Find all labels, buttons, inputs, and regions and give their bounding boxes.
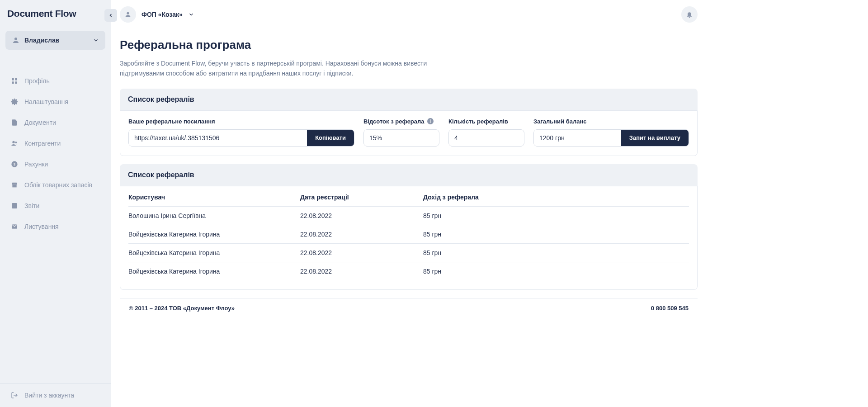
report-icon (11, 202, 18, 209)
balance-value: 1200 грн (534, 130, 621, 146)
current-user-name: Владислав (24, 37, 88, 44)
app-logo: Document Flow (7, 8, 76, 19)
svg-text:$: $ (14, 162, 16, 166)
svg-rect-3 (12, 81, 14, 84)
svg-rect-10 (12, 185, 16, 187)
referral-link-group: Копіювати (128, 129, 354, 147)
svg-rect-4 (15, 81, 17, 84)
money-icon: $ (11, 161, 18, 168)
sidebar-item-settings[interactable]: Налаштування (0, 92, 111, 111)
page-title: Реферальна програма (120, 38, 698, 52)
col-user: Користувач (128, 194, 300, 201)
user-selector[interactable]: Владислав (5, 31, 105, 50)
col-date: Дата реєстрації (300, 194, 423, 201)
nav-label: Рахунки (24, 161, 48, 168)
sidebar-item-reports[interactable]: Звіти (0, 196, 111, 215)
svg-point-13 (127, 12, 129, 14)
person-icon (12, 36, 20, 44)
document-icon (11, 119, 18, 126)
logout-label: Вийти з аккаунта (24, 392, 74, 399)
sidebar-item-profile[interactable]: Профіль (0, 71, 111, 90)
logo-row: Document Flow (0, 0, 111, 27)
nav-label: Налаштування (24, 98, 68, 105)
table-row: Войцехівська Катерина Ігорина 22.08.2022… (128, 262, 689, 280)
footer: © 2011 – 2024 ТОВ «Документ Флоу» 0 800 … (120, 298, 698, 319)
referral-stats-card: Список рефералів Ваше реферальне посилан… (120, 89, 698, 156)
copyright: © 2011 – 2024 ТОВ «Документ Флоу» (129, 305, 235, 312)
content: Реферальна програма Заробляйте з Documen… (111, 29, 707, 407)
mail-icon (11, 223, 18, 230)
logout-button[interactable]: Вийти з аккаунта (0, 383, 111, 407)
sidebar-item-documents[interactable]: Документи (0, 113, 111, 132)
table-row: Войцехівська Катерина Ігорина 22.08.2022… (128, 225, 689, 244)
nav-label: Документи (24, 119, 56, 126)
sidebar-collapse-button[interactable] (104, 9, 117, 22)
nav-label: Звіти (24, 202, 39, 209)
percent-value: 15% (363, 129, 439, 147)
balance-label: Загальний баланс (533, 118, 689, 125)
info-icon[interactable]: i (427, 118, 434, 124)
nav-label: Профіль (24, 77, 50, 85)
person-icon (124, 11, 132, 18)
org-selector[interactable]: ФОП «Козак» (120, 6, 194, 23)
copy-button[interactable]: Копіювати (307, 130, 354, 146)
main-area: ФОП «Козак» Реферальна програма Заробляй… (111, 0, 707, 407)
dashboard-icon (11, 77, 18, 85)
svg-rect-2 (15, 78, 17, 80)
gear-icon (11, 98, 18, 105)
table-header: Користувач Дата реєстрації Дохід з рефер… (128, 188, 689, 207)
percent-label: Відсоток з реферала i (363, 118, 439, 125)
payout-button[interactable]: Запит на виплату (621, 130, 689, 146)
sidebar-nav: Профіль Налаштування Документи Контраген… (0, 71, 111, 236)
phone-number: 0 800 509 545 (651, 305, 689, 312)
svg-point-6 (12, 141, 14, 143)
chevron-left-icon (108, 13, 113, 18)
svg-point-7 (15, 142, 17, 143)
col-income: Дохід з реферала (423, 194, 689, 201)
sidebar-item-inventory[interactable]: Облік товарних запасів (0, 175, 111, 194)
org-avatar (120, 6, 136, 23)
referral-link-input[interactable] (129, 130, 307, 146)
svg-point-0 (14, 38, 17, 40)
table-row: Волошина Ірина Сергіївна 22.08.2022 85 г… (128, 207, 689, 225)
svg-rect-11 (12, 203, 17, 208)
bell-icon (686, 11, 693, 18)
sidebar-item-counterparties[interactable]: Контрагенти (0, 134, 111, 153)
logout-icon (11, 392, 18, 399)
sidebar-item-messages[interactable]: Листування (0, 217, 111, 236)
referral-link-label: Ваше реферальне посилання (128, 118, 354, 125)
topbar: ФОП «Козак» (111, 0, 707, 29)
card-title: Список рефералів (120, 89, 698, 110)
notifications-button[interactable] (681, 6, 698, 23)
page-description: Заробляйте з Document Flow, беручи участ… (120, 58, 427, 79)
count-value: 4 (448, 129, 524, 147)
referral-list-card: Список рефералів Користувач Дата реєстра… (120, 164, 698, 290)
count-label: Кількість рефералів (448, 118, 524, 125)
sidebar-item-accounts[interactable]: $ Рахунки (0, 155, 111, 174)
sidebar: Document Flow Владислав Профіль Налаштув… (0, 0, 111, 407)
card-title: Список рефералів (120, 164, 698, 186)
balance-group: 1200 грн Запит на виплату (533, 129, 689, 147)
people-icon (11, 140, 18, 147)
chevron-down-icon (188, 11, 194, 18)
nav-label: Листування (24, 223, 59, 230)
nav-label: Контрагенти (24, 140, 61, 147)
store-icon (11, 181, 18, 189)
nav-label: Облік товарних запасів (24, 181, 92, 189)
chevron-down-icon (93, 37, 99, 43)
table-row: Войцехівська Катерина Ігорина 22.08.2022… (128, 244, 689, 262)
svg-rect-1 (12, 78, 14, 80)
org-name: ФОП «Козак» (142, 11, 183, 18)
